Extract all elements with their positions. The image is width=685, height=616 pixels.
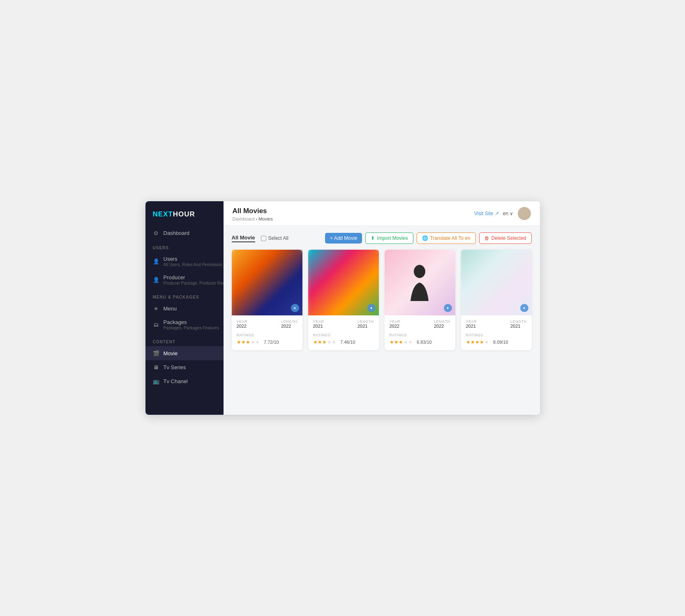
select-all-label: Select All — [268, 235, 288, 241]
import-movies-button[interactable]: ⬆ Import Movies — [365, 232, 413, 244]
rating-value-4: 8.09/10 — [493, 340, 508, 345]
silhouette-icon — [408, 264, 431, 301]
toolbar-left: All Movie Select All — [232, 234, 288, 242]
movie-icon: 🎬 — [153, 350, 159, 356]
length-value-1: 2022 — [281, 324, 298, 329]
translate-button[interactable]: 🌐 Translate All To en — [417, 232, 476, 244]
tvseries-icon: 🖥 — [153, 364, 159, 370]
select-all-wrapper[interactable]: Select All — [261, 235, 288, 241]
movie-meta-row-2: YEAR 2021 LENGTH 2021 — [313, 319, 374, 329]
sidebar-item-movie[interactable]: 🎬 Movie — [145, 346, 224, 360]
add-movie-button[interactable]: + Add Movie — [325, 233, 362, 244]
toolbar-right: + Add Movie ⬆ Import Movies 🌐 Translate … — [325, 232, 532, 244]
movie-card-4[interactable]: ● YEAR 2021 LENGTH 2021 — [461, 250, 532, 350]
ratings-row-4: RATINGS ★★★★★ 8.09/10 — [466, 331, 527, 345]
sidebar-item-menu[interactable]: ≡ Menu — [145, 301, 224, 315]
length-value-4: 2021 — [510, 324, 527, 329]
movie-meta-row-4: YEAR 2021 LENGTH 2021 — [466, 319, 527, 329]
stars-container-3: ★★★★★ 6.83/10 — [390, 338, 450, 345]
rating-value-3: 6.83/10 — [417, 340, 432, 345]
sidebar-item-tvseries[interactable]: 🖥 Tv Series — [145, 360, 224, 374]
sidebar-item-users[interactable]: 👤 Users All Users, Roles And Permission — [145, 252, 224, 271]
stars-2: ★★★★★ — [313, 339, 336, 345]
year-label-4: YEAR — [466, 319, 477, 324]
producer-label: Producer — [164, 274, 231, 280]
sidebar-item-tvchanel[interactable]: 📺 Tv Chanel — [145, 374, 224, 388]
poster-wrapper-4: ● — [461, 250, 532, 315]
stars-container-2: ★★★★★ 7.46/10 — [313, 338, 374, 345]
movie-info-2: YEAR 2021 LENGTH 2021 RATINGS ★★★★★ — [308, 315, 379, 350]
main-content: All Movies Dashboard › Movies Visit Site… — [224, 201, 540, 415]
packages-icon: 🗂 — [153, 322, 159, 328]
rating-value-1: 7.72/10 — [264, 340, 279, 345]
main-header: All Movies Dashboard › Movies Visit Site… — [224, 201, 540, 226]
delete-label: Delete Selected — [491, 235, 526, 241]
length-label-4: LENGTH — [510, 319, 527, 324]
movie-info-3: YEAR 2022 LENGTH 2022 RATINGS ★★★★★ — [385, 315, 455, 350]
year-col-3: YEAR 2022 — [390, 319, 401, 329]
poster-wrapper-2: ● — [308, 250, 379, 315]
movies-toolbar: All Movie Select All + Add Movie ⬆ Impor… — [232, 232, 532, 244]
users-icon: 👤 — [153, 258, 159, 265]
length-label-2: LENGTH — [357, 319, 374, 324]
movie-meta-row-3: YEAR 2022 LENGTH 2022 — [390, 319, 450, 329]
logo-next: NEXT — [153, 210, 173, 218]
translate-icon: 🌐 — [422, 235, 428, 241]
length-label-3: LENGTH — [434, 319, 450, 324]
year-value-3: 2022 — [390, 324, 401, 329]
length-value-2: 2021 — [357, 324, 374, 329]
delete-selected-button[interactable]: 🗑 Delete Selected — [479, 232, 532, 244]
stars-container-1: ★★★★★ 7.72/10 — [237, 338, 298, 345]
user-avatar[interactable] — [518, 207, 531, 220]
ratings-label-4: RATINGS — [466, 333, 484, 337]
sidebar-item-dashboard[interactable]: ⊙ Dashboard — [145, 226, 224, 240]
users-label: Users — [164, 256, 222, 262]
year-value-1: 2022 — [237, 324, 248, 329]
language-selector[interactable]: en ∨ — [503, 211, 514, 216]
year-label-2: YEAR — [313, 319, 324, 324]
content-area: All Movie Select All + Add Movie ⬆ Impor… — [224, 226, 540, 415]
movie-select-3[interactable]: ● — [444, 304, 452, 312]
length-col-1: LENGTH 2022 — [281, 319, 298, 329]
ratings-row-1: RATINGS ★★★★★ 7.72/10 — [237, 331, 298, 345]
tvchanel-icon: 📺 — [153, 378, 159, 384]
breadcrumb: Dashboard › Movies — [233, 216, 273, 221]
movie-card-1[interactable]: ● YEAR 2022 LENGTH 2022 — [232, 250, 302, 350]
year-value-4: 2021 — [466, 324, 477, 329]
movie-info-1: YEAR 2022 LENGTH 2022 RATINGS ★★★★★ — [232, 315, 302, 350]
movie-meta-row-1: YEAR 2022 LENGTH 2022 — [237, 319, 298, 329]
movie-select-2[interactable]: ● — [367, 304, 376, 312]
rating-value-2: 7.46/10 — [340, 340, 355, 345]
tvchanel-label: Tv Chanel — [164, 378, 188, 384]
movie-card-3[interactable]: ● YEAR 2022 LENGTH 2022 — [385, 250, 455, 350]
stars-4: ★★★★★ — [466, 339, 489, 345]
import-label: Import Movies — [377, 235, 408, 241]
select-all-checkbox-visual[interactable] — [261, 236, 266, 241]
ratings-label-2: RATINGS — [313, 333, 331, 337]
app-container: NEXTHOUR ⊙ Dashboard USERS 👤 Users All U… — [145, 201, 540, 415]
length-col-3: LENGTH 2022 — [434, 319, 450, 329]
visit-site-link[interactable]: Visit Site ↗ — [474, 211, 499, 216]
menu-icon: ≡ — [153, 305, 159, 312]
movie-select-1[interactable]: ● — [291, 304, 299, 312]
poster-wrapper-3: ● — [385, 250, 455, 315]
packages-sub: Packages, Packages Features — [164, 326, 219, 330]
stars-container-4: ★★★★★ 8.09/10 — [466, 338, 527, 345]
movie-card-2[interactable]: ● YEAR 2021 LENGTH 2021 — [308, 250, 379, 350]
sidebar-item-packages[interactable]: 🗂 Packages Packages, Packages Features — [145, 315, 224, 334]
tab-all-movie[interactable]: All Movie — [232, 234, 255, 242]
section-label-content: CONTENT — [145, 334, 224, 346]
packages-item-inner: Packages Packages, Packages Features — [164, 319, 219, 330]
length-label-1: LENGTH — [281, 319, 298, 324]
movie-select-4[interactable]: ● — [520, 304, 528, 312]
producer-sub: Producer Package, Producer Requ... — [164, 281, 231, 285]
ratings-label-1: RATINGS — [237, 333, 254, 337]
ratings-label-3: RATINGS — [390, 333, 407, 337]
year-value-2: 2021 — [313, 324, 324, 329]
sidebar-item-producer[interactable]: 👤 Producer Producer Package, Producer Re… — [145, 271, 224, 289]
page-title: All Movies — [233, 207, 273, 215]
header-left: All Movies Dashboard › Movies — [233, 207, 273, 221]
header-right: Visit Site ↗ en ∨ — [474, 207, 531, 220]
breadcrumb-root[interactable]: Dashboard — [233, 216, 255, 221]
users-sub: All Users, Roles And Permission — [164, 262, 222, 267]
